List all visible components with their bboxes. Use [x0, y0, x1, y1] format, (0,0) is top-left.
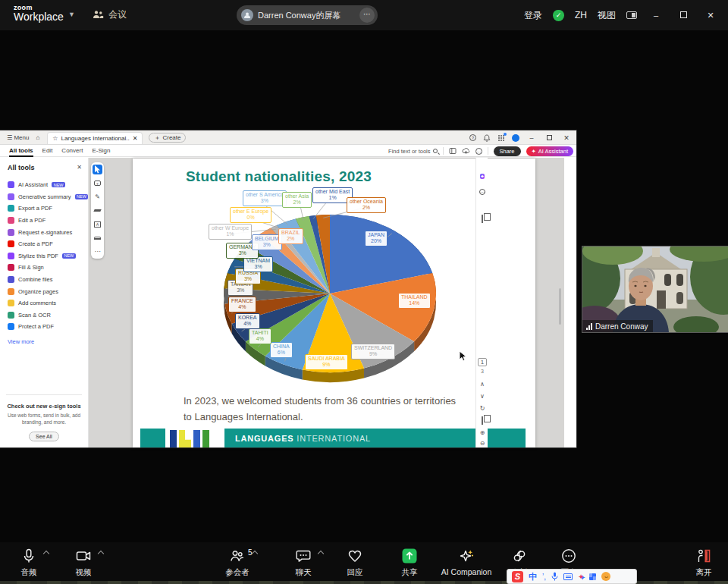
- acrobat-maximize-button[interactable]: [544, 134, 554, 142]
- maximize-button[interactable]: [675, 11, 692, 20]
- toolbar-video-button[interactable]: 视频: [50, 548, 117, 578]
- create-tab-button[interactable]: ＋ Create: [149, 133, 186, 143]
- screen-share-title-pill[interactable]: Darren Conway的屏幕 ⋯: [237, 5, 378, 25]
- cloud-upload-icon[interactable]: [462, 147, 470, 155]
- sidebar-tool-ai-assistant[interactable]: AI AssistantNEW: [8, 179, 88, 191]
- tool-label: Protect a PDF: [18, 323, 54, 330]
- more-tools-icon[interactable]: ⋯: [93, 246, 102, 256]
- star-icon[interactable]: ☆: [52, 135, 58, 142]
- sidebar-tool-fill-sign[interactable]: Fill & Sign: [8, 262, 88, 274]
- add-text-icon[interactable]: A: [93, 219, 102, 229]
- close-button[interactable]: ✕: [702, 11, 719, 20]
- sidebar-tool-stylize-this-pdf[interactable]: Stylize this PDFNEW: [8, 250, 88, 262]
- view-more-link[interactable]: View more: [8, 338, 34, 345]
- language-indicator[interactable]: ZH: [575, 10, 587, 20]
- sidebar-tool-protect-a-pdf[interactable]: Protect a PDF: [8, 321, 88, 333]
- comments-panel-icon[interactable]: ⋯: [479, 188, 486, 195]
- comment-tools-icon[interactable]: ⋯: [475, 148, 482, 155]
- presenter-avatar-icon: [241, 9, 253, 21]
- rotate-page-icon[interactable]: ↻: [479, 405, 486, 412]
- ime-keyboard-icon[interactable]: [563, 573, 573, 580]
- canvas-scrollbar[interactable]: [559, 288, 561, 325]
- nav-tab-all-tools[interactable]: All tools: [9, 146, 33, 157]
- ime-voice-icon[interactable]: [551, 572, 558, 581]
- apps-grid-icon[interactable]: [497, 134, 505, 142]
- nav-tab-edit[interactable]: Edit: [42, 146, 53, 155]
- ai-assistant-button[interactable]: ✦AI Assistant: [526, 146, 573, 156]
- sidebar-tool-generative-summary[interactable]: Generative summaryNEW: [8, 191, 88, 203]
- tool-icon-request-e-signatures: [8, 229, 14, 236]
- zoom-out-icon[interactable]: ⊖: [479, 440, 486, 447]
- sidebar-tool-create-a-pdf[interactable]: Create a PDF: [8, 238, 88, 250]
- highlighter-icon[interactable]: [93, 206, 102, 215]
- nav-tab-e-sign[interactable]: E-Sign: [92, 146, 110, 155]
- next-page-icon[interactable]: ∨: [479, 393, 486, 400]
- ime-emoji-icon[interactable]: ᴗ: [601, 572, 610, 581]
- acrobat-close-button[interactable]: ✕: [561, 134, 572, 142]
- sidebar-tool-add-comments[interactable]: Add comments: [8, 297, 88, 309]
- find-tool[interactable]: Find text or tools: [388, 148, 437, 155]
- view-button[interactable]: 视图: [598, 9, 616, 22]
- notifications-bell-icon[interactable]: [483, 134, 491, 142]
- tab-close-icon[interactable]: ✕: [133, 135, 138, 142]
- previous-page-icon[interactable]: ∧: [479, 381, 486, 388]
- tool-label: Fill & Sign: [18, 264, 44, 271]
- sidebar-tool-organize-pages[interactable]: Organize pages: [8, 285, 88, 297]
- tool-label: Stylize this PDF: [18, 253, 58, 259]
- tool-label: Generative summary: [18, 193, 71, 200]
- minimize-button[interactable]: –: [648, 11, 664, 20]
- see-all-button[interactable]: See All: [29, 432, 59, 441]
- new-badge: NEW: [62, 253, 76, 259]
- ai-assistant-panel-icon[interactable]: ✦: [479, 173, 486, 181]
- tool-label: Combine files: [18, 276, 52, 283]
- sogou-logo-icon[interactable]: S: [512, 571, 523, 582]
- account-avatar[interactable]: [512, 134, 519, 142]
- document-tab[interactable]: ☆ Languages International.. ✕: [47, 132, 143, 144]
- acrobat-minimize-button[interactable]: –: [526, 134, 537, 142]
- toolbar-participants-button[interactable]: 参会者: [204, 548, 271, 578]
- pages-panel-icon[interactable]: [479, 215, 486, 222]
- zoom-in-icon[interactable]: ⊕: [479, 429, 486, 436]
- home-icon[interactable]: ⌂: [36, 134, 39, 141]
- help-icon[interactable]: ?: [469, 134, 476, 141]
- sidebar-close-icon[interactable]: ✕: [77, 164, 82, 171]
- participant-name: Darren Conway: [595, 322, 648, 331]
- share-button[interactable]: Share: [494, 146, 521, 156]
- stamp-icon[interactable]: [93, 233, 102, 243]
- acrobat-window: ☰ Menu ⌂ ☆ Languages International.. ✕ ＋…: [0, 130, 576, 447]
- video-tile[interactable]: Darren Conway: [582, 246, 728, 332]
- security-shield-icon[interactable]: ✓: [553, 10, 564, 21]
- sidebar-tool-export-a-pdf[interactable]: Export a PDF: [8, 203, 88, 215]
- body-text-line2: to Languages International.: [184, 411, 303, 422]
- draw-pencil-icon[interactable]: ✎: [93, 192, 102, 202]
- tool-icon-protect-a-pdf: [8, 323, 14, 330]
- sidebar-tool-scan-ocr[interactable]: Scan & OCR: [8, 309, 88, 322]
- toolbar-leave-button[interactable]: 离开: [670, 548, 728, 578]
- search-icon: [433, 149, 438, 153]
- ime-toolbox-icon[interactable]: [589, 573, 596, 580]
- nav-tab-convert[interactable]: Convert: [61, 146, 83, 155]
- document-canvas: + ✎ A ⋯ Student nationalities, 2023 JAPA…: [89, 158, 564, 447]
- workspace-chevron-icon[interactable]: ▼: [68, 11, 75, 18]
- document-tab-title: Languages International..: [61, 135, 129, 142]
- ime-toolbar[interactable]: S 中 ’, ✦ ᴗ: [507, 569, 637, 584]
- add-comment-icon[interactable]: +: [93, 178, 102, 188]
- select-tool-icon[interactable]: [93, 165, 102, 174]
- view-layout-icon[interactable]: [626, 11, 637, 19]
- sidebar-tool-request-e-signatures[interactable]: Request e-signatures: [8, 226, 88, 238]
- tool-icon-organize-pages: [8, 288, 14, 295]
- ime-mode-chinese[interactable]: 中: [529, 571, 537, 582]
- zoom-workplace-logo: zoom Workplace: [14, 4, 64, 23]
- side-panel-icon[interactable]: [449, 147, 457, 155]
- ime-punctuation-icon[interactable]: ’,: [542, 573, 546, 581]
- sidebar-tool-edit-a-pdf[interactable]: Edit a PDF: [8, 215, 88, 227]
- snapshot-icon[interactable]: [479, 417, 486, 424]
- tab-meeting[interactable]: 会议: [93, 8, 127, 21]
- ime-skin-icon[interactable]: ✦: [578, 573, 584, 581]
- login-button[interactable]: 登录: [524, 9, 542, 22]
- pill-ellipsis-icon[interactable]: ⋯: [359, 8, 375, 23]
- meeting-people-icon: [93, 10, 104, 20]
- page-number-box[interactable]: 1: [478, 358, 487, 366]
- sidebar-tool-combine-files[interactable]: Combine files: [8, 274, 88, 286]
- acrobat-menu-button[interactable]: ☰ Menu: [7, 134, 29, 141]
